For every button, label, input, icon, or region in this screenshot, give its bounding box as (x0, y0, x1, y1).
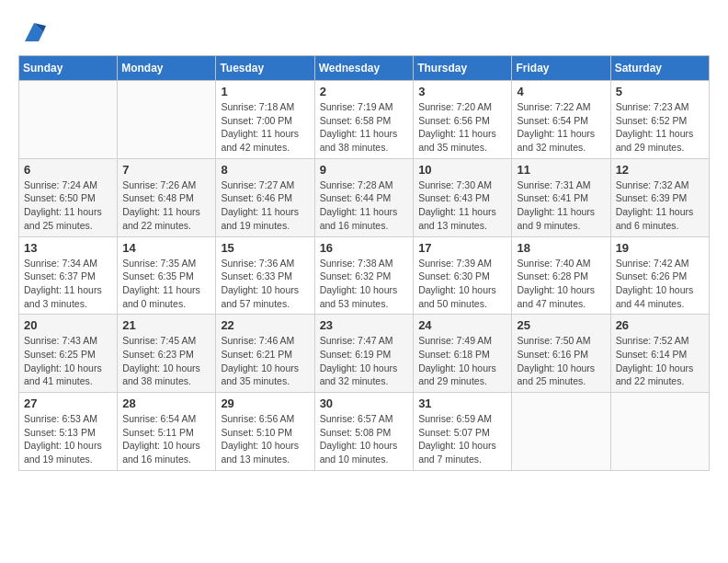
day-number: 24 (418, 318, 506, 332)
calendar-cell: 10Sunrise: 7:30 AM Sunset: 6:43 PM Dayli… (414, 158, 512, 236)
calendar-cell: 13Sunrise: 7:34 AM Sunset: 6:37 PM Dayli… (19, 236, 118, 315)
calendar-cell: 14Sunrise: 7:35 AM Sunset: 6:35 PM Dayli… (118, 236, 216, 315)
logo (18, 18, 48, 46)
day-detail: Sunrise: 7:46 AM Sunset: 6:21 PM Dayligh… (221, 334, 309, 388)
day-detail: Sunrise: 7:47 AM Sunset: 6:19 PM Dayligh… (320, 334, 409, 388)
day-detail: Sunrise: 7:26 AM Sunset: 6:48 PM Dayligh… (122, 178, 210, 233)
weekday-header-monday: Monday (118, 56, 216, 81)
day-number: 31 (418, 396, 506, 410)
day-detail: Sunrise: 6:56 AM Sunset: 5:10 PM Dayligh… (221, 412, 309, 466)
day-detail: Sunrise: 7:23 AM Sunset: 6:52 PM Dayligh… (616, 100, 704, 155)
day-number: 19 (616, 241, 704, 255)
calendar-cell: 6Sunrise: 7:24 AM Sunset: 6:50 PM Daylig… (19, 158, 118, 236)
calendar-cell: 29Sunrise: 6:56 AM Sunset: 5:10 PM Dayli… (216, 393, 314, 471)
day-detail: Sunrise: 7:49 AM Sunset: 6:18 PM Dayligh… (418, 334, 506, 388)
weekday-header-saturday: Saturday (610, 56, 709, 81)
day-number: 15 (221, 241, 309, 255)
calendar-cell: 20Sunrise: 7:43 AM Sunset: 6:25 PM Dayli… (19, 315, 118, 393)
calendar-week-3: 13Sunrise: 7:34 AM Sunset: 6:37 PM Dayli… (19, 236, 710, 315)
day-detail: Sunrise: 7:22 AM Sunset: 6:54 PM Dayligh… (517, 100, 605, 155)
weekday-header-thursday: Thursday (414, 56, 512, 81)
day-number: 22 (221, 318, 309, 332)
day-detail: Sunrise: 7:24 AM Sunset: 6:50 PM Dayligh… (24, 178, 112, 233)
calendar-cell (19, 81, 118, 159)
calendar-cell: 2Sunrise: 7:19 AM Sunset: 6:58 PM Daylig… (314, 81, 414, 159)
page-header (18, 18, 710, 46)
weekday-header-friday: Friday (512, 56, 610, 81)
calendar-week-5: 27Sunrise: 6:53 AM Sunset: 5:13 PM Dayli… (19, 393, 710, 471)
day-number: 18 (517, 241, 605, 255)
calendar-cell: 3Sunrise: 7:20 AM Sunset: 6:56 PM Daylig… (414, 81, 512, 159)
calendar-cell: 31Sunrise: 6:59 AM Sunset: 5:07 PM Dayli… (414, 393, 512, 471)
calendar-cell (512, 393, 610, 471)
day-detail: Sunrise: 6:57 AM Sunset: 5:08 PM Dayligh… (320, 412, 409, 466)
calendar-body: 1Sunrise: 7:18 AM Sunset: 7:00 PM Daylig… (19, 81, 710, 471)
weekday-header-row: SundayMondayTuesdayWednesdayThursdayFrid… (19, 56, 710, 81)
day-number: 27 (24, 396, 112, 410)
calendar-cell: 30Sunrise: 6:57 AM Sunset: 5:08 PM Dayli… (314, 393, 414, 471)
calendar-cell: 5Sunrise: 7:23 AM Sunset: 6:52 PM Daylig… (610, 81, 709, 159)
calendar-cell: 15Sunrise: 7:36 AM Sunset: 6:33 PM Dayli… (216, 236, 314, 315)
day-detail: Sunrise: 7:36 AM Sunset: 6:33 PM Dayligh… (221, 257, 309, 311)
day-detail: Sunrise: 6:59 AM Sunset: 5:07 PM Dayligh… (418, 412, 506, 466)
calendar-cell: 25Sunrise: 7:50 AM Sunset: 6:16 PM Dayli… (512, 315, 610, 393)
calendar-cell: 12Sunrise: 7:32 AM Sunset: 6:39 PM Dayli… (610, 158, 709, 236)
calendar-cell: 22Sunrise: 7:46 AM Sunset: 6:21 PM Dayli… (216, 315, 314, 393)
day-number: 3 (418, 85, 506, 98)
calendar-cell: 7Sunrise: 7:26 AM Sunset: 6:48 PM Daylig… (118, 158, 216, 236)
day-detail: Sunrise: 7:52 AM Sunset: 6:14 PM Dayligh… (616, 334, 704, 388)
day-number: 5 (616, 85, 704, 98)
calendar-cell: 18Sunrise: 7:40 AM Sunset: 6:28 PM Dayli… (512, 236, 610, 315)
day-number: 7 (122, 163, 210, 177)
calendar-table: SundayMondayTuesdayWednesdayThursdayFrid… (18, 55, 710, 471)
day-number: 9 (320, 163, 409, 177)
day-number: 16 (320, 241, 409, 255)
calendar-week-1: 1Sunrise: 7:18 AM Sunset: 7:00 PM Daylig… (19, 81, 710, 159)
day-detail: Sunrise: 7:50 AM Sunset: 6:16 PM Dayligh… (517, 334, 605, 388)
day-number: 4 (517, 85, 605, 98)
day-number: 25 (517, 318, 605, 332)
calendar-week-2: 6Sunrise: 7:24 AM Sunset: 6:50 PM Daylig… (19, 158, 710, 236)
day-detail: Sunrise: 7:31 AM Sunset: 6:41 PM Dayligh… (517, 178, 605, 233)
calendar-cell: 27Sunrise: 6:53 AM Sunset: 5:13 PM Dayli… (19, 393, 118, 471)
logo-icon (20, 18, 48, 46)
day-detail: Sunrise: 7:32 AM Sunset: 6:39 PM Dayligh… (616, 178, 704, 233)
day-detail: Sunrise: 6:54 AM Sunset: 5:11 PM Dayligh… (122, 412, 210, 466)
calendar-cell: 4Sunrise: 7:22 AM Sunset: 6:54 PM Daylig… (512, 81, 610, 159)
calendar-cell: 1Sunrise: 7:18 AM Sunset: 7:00 PM Daylig… (216, 81, 314, 159)
day-number: 21 (122, 318, 210, 332)
calendar-cell: 26Sunrise: 7:52 AM Sunset: 6:14 PM Dayli… (610, 315, 709, 393)
day-detail: Sunrise: 7:45 AM Sunset: 6:23 PM Dayligh… (122, 334, 210, 388)
day-number: 29 (221, 396, 309, 410)
calendar-cell (118, 81, 216, 159)
day-detail: Sunrise: 7:43 AM Sunset: 6:25 PM Dayligh… (24, 334, 112, 388)
day-number: 12 (616, 163, 704, 177)
day-detail: Sunrise: 7:20 AM Sunset: 6:56 PM Dayligh… (418, 100, 506, 155)
day-detail: Sunrise: 7:42 AM Sunset: 6:26 PM Dayligh… (616, 257, 704, 311)
calendar-week-4: 20Sunrise: 7:43 AM Sunset: 6:25 PM Dayli… (19, 315, 710, 393)
weekday-header-sunday: Sunday (19, 56, 118, 81)
day-number: 28 (122, 396, 210, 410)
day-number: 1 (221, 85, 309, 98)
calendar-cell: 8Sunrise: 7:27 AM Sunset: 6:46 PM Daylig… (216, 158, 314, 236)
day-number: 10 (418, 163, 506, 177)
calendar-cell: 19Sunrise: 7:42 AM Sunset: 6:26 PM Dayli… (610, 236, 709, 315)
day-detail: Sunrise: 7:38 AM Sunset: 6:32 PM Dayligh… (320, 257, 409, 311)
calendar-cell: 17Sunrise: 7:39 AM Sunset: 6:30 PM Dayli… (414, 236, 512, 315)
day-number: 14 (122, 241, 210, 255)
day-number: 13 (24, 241, 112, 255)
calendar-cell: 11Sunrise: 7:31 AM Sunset: 6:41 PM Dayli… (512, 158, 610, 236)
day-number: 11 (517, 163, 605, 177)
calendar-cell: 16Sunrise: 7:38 AM Sunset: 6:32 PM Dayli… (314, 236, 414, 315)
day-number: 17 (418, 241, 506, 255)
day-detail: Sunrise: 7:18 AM Sunset: 7:00 PM Dayligh… (221, 100, 309, 155)
calendar-cell (610, 393, 709, 471)
weekday-header-wednesday: Wednesday (314, 56, 414, 81)
day-number: 23 (320, 318, 409, 332)
day-detail: Sunrise: 7:28 AM Sunset: 6:44 PM Dayligh… (320, 178, 409, 233)
day-detail: Sunrise: 7:19 AM Sunset: 6:58 PM Dayligh… (320, 100, 409, 155)
calendar-cell: 24Sunrise: 7:49 AM Sunset: 6:18 PM Dayli… (414, 315, 512, 393)
calendar-cell: 28Sunrise: 6:54 AM Sunset: 5:11 PM Dayli… (118, 393, 216, 471)
day-number: 30 (320, 396, 409, 410)
day-number: 26 (616, 318, 704, 332)
